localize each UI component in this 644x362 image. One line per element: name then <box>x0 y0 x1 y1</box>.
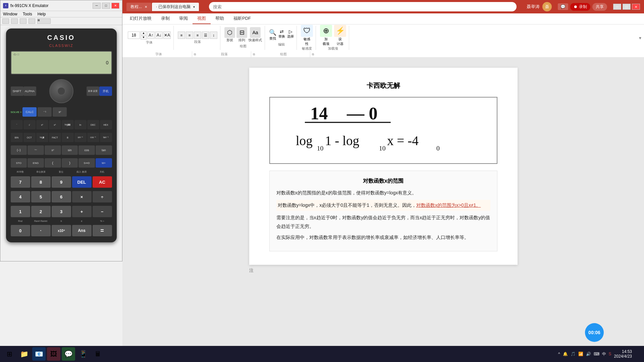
key-6[interactable]: 6 <box>52 191 71 202</box>
sin-key[interactable]: sin <box>62 145 78 155</box>
wps-tab-2[interactable]: · 已保存到这台电脑 ▾ <box>152 3 199 11</box>
key-1[interactable]: 1 <box>11 206 30 217</box>
replace-btn[interactable]: ⇄ 替换 <box>278 29 285 41</box>
alpha-key[interactable]: ALPHA <box>23 86 36 96</box>
align-right-btn[interactable]: ≡ <box>194 32 201 39</box>
toolbar-icon-5[interactable]: ⊞ <box>37 18 51 24</box>
dec-btn[interactable]: DEC <box>87 120 99 129</box>
rparen-key[interactable]: ) <box>62 158 78 168</box>
fraction-key[interactable]: ⁻¹ <box>38 107 52 117</box>
key-3[interactable]: 3 <box>52 206 71 217</box>
nav-center[interactable] <box>57 87 65 95</box>
toolbar-icon-2[interactable] <box>11 18 18 24</box>
addin-set-btn[interactable]: ⚡ 设 计器 <box>334 25 346 46</box>
log-ab[interactable]: log▮ <box>36 133 48 142</box>
quickstyle-btn[interactable]: Aa 快速样式 <box>249 27 262 43</box>
lparen-key[interactable]: ( <box>45 158 61 168</box>
close-button[interactable]: ✕ <box>111 3 119 9</box>
systray-caret[interactable]: ^ <box>558 352 560 356</box>
tab-review[interactable]: 审阅 <box>174 13 193 24</box>
key-9[interactable]: 9 <box>52 176 71 188</box>
nav-ring[interactable] <box>49 79 73 103</box>
minus-key[interactable]: − <box>93 206 112 217</box>
find-btn[interactable]: 🔍 查找 <box>269 29 276 41</box>
minimize-button[interactable]: ─ <box>93 3 101 9</box>
on-key[interactable]: 开机 <box>99 86 112 96</box>
taskbar-ppt[interactable]: 🖼 <box>47 347 60 361</box>
toolbar-icon-3[interactable] <box>20 18 26 24</box>
tab-record[interactable]: 录制 <box>156 13 174 24</box>
x10-key[interactable]: x10ˣ <box>52 225 71 236</box>
tan-key[interactable]: tan <box>96 145 112 155</box>
key-7[interactable]: 7 <box>11 176 30 188</box>
taskbar-wechat[interactable]: 💬 <box>62 347 75 361</box>
systray-kb[interactable]: ⌨ <box>594 352 599 356</box>
menu-window[interactable]: Window <box>3 12 17 16</box>
fact-btn[interactable]: FACT <box>49 133 61 142</box>
systray-mic[interactable]: 🎵 <box>571 352 576 356</box>
multiply-key[interactable]: × <box>72 191 92 202</box>
draw-expand-icon[interactable]: ⧉ <box>310 51 316 57</box>
log-key[interactable]: log▮▮ <box>62 120 74 129</box>
calc-key[interactable]: CALC <box>22 107 37 117</box>
key-5[interactable]: 5 <box>31 191 51 202</box>
systray-tool[interactable]: 🔔 <box>563 352 568 356</box>
xy-key[interactable]: xʸ <box>45 145 61 155</box>
line-spacing-btn[interactable]: ↕ <box>210 32 217 39</box>
sin-d[interactable]: sin⁻¹ <box>74 133 87 142</box>
align-center-btn[interactable]: ≡ <box>186 32 193 39</box>
tab-slides[interactable]: 幻灯片放映 <box>125 13 156 24</box>
bin-btn[interactable]: BIN <box>11 133 23 142</box>
arrange-btn[interactable]: ⊟ 排列 <box>236 27 247 43</box>
font-size-up[interactable]: ▲ <box>141 31 147 35</box>
font-size-input[interactable]: 18 <box>128 32 140 39</box>
comment-btn[interactable]: 💬 <box>558 3 568 10</box>
xcube-key[interactable]: x³ <box>49 120 61 129</box>
plus-key[interactable]: + <box>72 206 92 217</box>
cos-key[interactable]: cos <box>78 145 95 155</box>
ans-key[interactable]: Ans <box>72 225 92 236</box>
systray-s[interactable]: S <box>609 352 611 356</box>
wps-maximize[interactable]: □ <box>623 4 631 10</box>
tab-help[interactable]: 帮助 <box>211 13 229 24</box>
systray-network[interactable]: 📶 <box>578 352 583 356</box>
key-0[interactable]: 0 <box>11 225 30 236</box>
select-btn[interactable]: ▷ 选择 <box>287 29 294 41</box>
systray-sound[interactable]: 🔊 <box>586 352 591 356</box>
dot-key[interactable]: · <box>31 225 51 236</box>
key-2[interactable]: 2 <box>31 206 51 217</box>
wps-close[interactable]: ✕ <box>632 4 640 10</box>
taskbar-phone[interactable]: 📱 <box>76 347 90 361</box>
toolbar-icon-4[interactable] <box>29 18 35 24</box>
key-4[interactable]: 4 <box>11 191 30 202</box>
tab-view[interactable]: 视图 <box>193 13 211 24</box>
sqrt-key[interactable]: √ <box>23 120 36 129</box>
menu-key[interactable]: 菜单 设置 <box>87 86 99 96</box>
xsq-key[interactable]: x² <box>36 120 48 129</box>
para-expand-icon[interactable]: ⧉ <box>251 51 257 57</box>
menu-help[interactable]: Help <box>38 12 46 16</box>
sd-key[interactable]: S⇔D <box>78 158 95 168</box>
timer-badge[interactable]: 00:06 <box>585 323 604 342</box>
mplus-key[interactable]: M+ <box>96 158 112 168</box>
font-grow-btn[interactable]: A↑ <box>147 32 155 39</box>
align-left-btn[interactable]: ≡ <box>178 32 185 39</box>
clear-format-btn[interactable]: ✕A <box>163 32 171 39</box>
wps-tab-1[interactable]: 教程... ✕ <box>126 3 151 11</box>
font-size-down[interactable]: ▼ <box>141 36 147 40</box>
systray-ime[interactable]: 中 <box>602 351 606 357</box>
taskbar-files[interactable]: 📁 <box>17 347 31 361</box>
justify-btn[interactable]: ☰ <box>202 32 209 39</box>
toolbar-icon-1[interactable] <box>2 18 9 24</box>
ln-key[interactable]: ln <box>74 120 87 129</box>
tab-pdf[interactable]: 福昕PDF <box>229 13 256 24</box>
oct-btn[interactable]: OCT <box>23 133 36 142</box>
menu-tools[interactable]: Tools <box>23 12 32 16</box>
sto-key[interactable]: STO <box>11 158 27 168</box>
record-btn[interactable]: ⏺ 录制 <box>570 3 590 11</box>
b-btn[interactable]: B <box>62 133 74 142</box>
shift-key[interactable]: SHIFT <box>11 86 23 96</box>
wps-minimize[interactable]: ─ <box>613 4 621 10</box>
frac-btn[interactable]: ⁻ <box>11 120 23 129</box>
wps-search-input[interactable] <box>209 2 517 11</box>
